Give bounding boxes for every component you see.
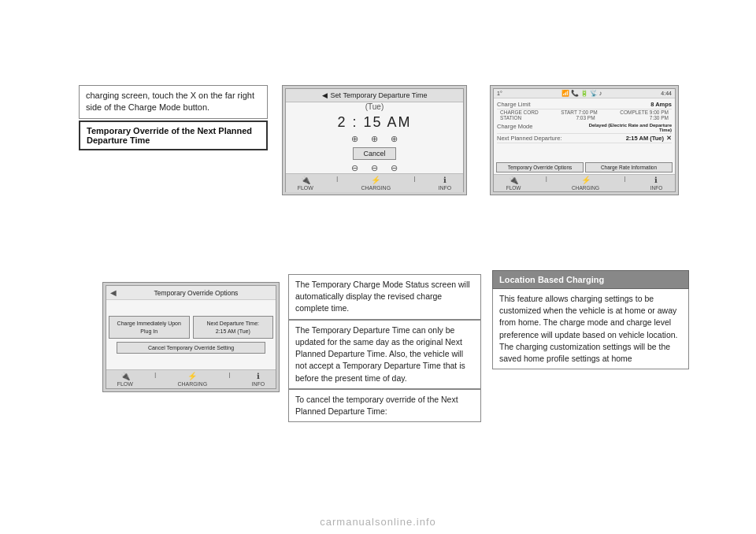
- footer-info-trs[interactable]: ℹ INFO: [650, 176, 663, 191]
- tcs-plus-row: ⊕ ⊕ ⊕: [351, 134, 398, 144]
- bls-footer: 🔌 FLOW | ⚡ CHARGING | ℹ INFO: [106, 369, 276, 388]
- bls-footer-divider2: |: [228, 372, 230, 387]
- location-heading: Location Based Charging: [492, 270, 689, 289]
- page: charging screen, touch the X on the far …: [0, 0, 756, 534]
- station-start: 7:03 PM: [576, 115, 595, 121]
- override-options-screen: ◀ Temporary Override Options Charge Imme…: [102, 282, 280, 392]
- bls-info-label: INFO: [252, 381, 265, 387]
- tcs-day: (Tue): [365, 102, 384, 111]
- tcs-header: ◀ Set Temporary Departure Time: [286, 89, 463, 102]
- footer-flow[interactable]: 🔌 FLOW: [298, 176, 313, 191]
- bls-title: Temporary Override Options: [120, 289, 272, 297]
- bls-info-icon: ℹ: [257, 372, 260, 380]
- charge-status-screen: 1° 📶 📞 🔋 📡 ♪ 4:44 Charge Limit 8 Amps: [490, 85, 679, 195]
- footer-charging-trs[interactable]: ⚡ CHARGING: [572, 176, 599, 191]
- next-departure-label: Next Planned Departure:: [497, 135, 562, 142]
- charge-rate-button[interactable]: Charge Rate Information: [585, 162, 673, 172]
- bls-back-icon[interactable]: ◀: [110, 288, 117, 297]
- tcs-footer: 🔌 FLOW | ⚡ CHARGING | ℹ INFO: [286, 173, 463, 192]
- trs-charging-label: CHARGING: [572, 185, 599, 191]
- bls-footer-flow[interactable]: 🔌 FLOW: [117, 372, 133, 387]
- wifi-icon: 📡: [590, 90, 598, 97]
- top-left-section: charging screen, touch the X on the far …: [79, 85, 268, 150]
- override-options-button[interactable]: Temporary Override Options: [496, 162, 584, 172]
- music-icon: ♪: [599, 90, 602, 97]
- info-label: INFO: [439, 185, 452, 191]
- trs-action-buttons: Temporary Override Options Charge Rate I…: [494, 161, 675, 174]
- cord-label: CHARGE CORD: [500, 109, 539, 115]
- plus-ampm-icon[interactable]: ⊕: [391, 134, 398, 144]
- station-label: STATION: [500, 115, 521, 121]
- charging-label: CHARGING: [361, 185, 391, 191]
- charge-mode-value: Delayed (Electric Rate and Departure Tim…: [577, 123, 672, 132]
- tcs-time-display: 2 : 15 AM: [337, 114, 411, 131]
- trs-footer-divider2: |: [624, 176, 626, 191]
- trs-topbar: 1° 📶 📞 🔋 📡 ♪ 4:44: [494, 89, 675, 98]
- battery-icon: 🔋: [580, 90, 588, 97]
- mid-text-section: The Temporary Charge Mode Status screen …: [288, 274, 481, 422]
- flow-icon: 🔌: [301, 176, 310, 184]
- bls-flow-label: FLOW: [117, 381, 133, 387]
- charge-mode-label: Charge Mode: [497, 123, 532, 132]
- plus-min-icon[interactable]: ⊕: [371, 134, 378, 144]
- trs-footer: 🔌 FLOW | ⚡ CHARGING | ℹ INFO: [494, 174, 675, 191]
- trs-flow-label: FLOW: [506, 185, 521, 191]
- trs-charging-icon: ⚡: [581, 176, 591, 184]
- watermark: carmanualsonline.info: [320, 516, 435, 528]
- trs-flow-icon: 🔌: [509, 176, 518, 184]
- minus-min-icon[interactable]: ⊖: [371, 163, 378, 173]
- footer-charging[interactable]: ⚡ CHARGING: [361, 176, 391, 191]
- bls-footer-divider1: |: [154, 372, 156, 387]
- complete-label: COMPLETE 9:00 PM: [620, 109, 669, 115]
- location-charging-section: Location Based Charging This feature all…: [492, 270, 689, 369]
- temporary-override-heading: Temporary Override of the Next Planned D…: [79, 121, 268, 150]
- cancel-override-button[interactable]: Cancel Temporary Override Setting: [117, 342, 265, 354]
- set-departure-screen: ◀ Set Temporary Departure Time (Tue) 2 :…: [282, 85, 467, 195]
- charge-immediately-button[interactable]: Charge Immediately Upon Plug In: [109, 316, 190, 338]
- tcs-minus-row: ⊖ ⊖ ⊖: [351, 163, 398, 173]
- close-departure-icon[interactable]: ✕: [666, 135, 672, 142]
- trs-degree: 1°: [497, 91, 502, 96]
- next-departure-time-button[interactable]: Next Departure Time: 2:15 AM (Tue): [193, 316, 274, 338]
- bls-footer-charging[interactable]: ⚡ CHARGING: [177, 372, 207, 387]
- trs-clock: 4:44: [661, 91, 672, 96]
- minus-hour-icon[interactable]: ⊖: [351, 163, 358, 173]
- bls-header: ◀ Temporary Override Options: [106, 286, 276, 300]
- location-body: This feature allows charging settings to…: [492, 289, 689, 369]
- mid-para-2: The Temporary Departure Time can only be…: [288, 320, 481, 389]
- trs-footer-divider1: |: [546, 176, 547, 191]
- footer-flow-trs[interactable]: 🔌 FLOW: [506, 176, 521, 191]
- trs-info-icon: ℹ: [654, 176, 658, 184]
- footer-divider2: |: [413, 176, 415, 191]
- bls-option-buttons: Charge Immediately Upon Plug In Next Dep…: [109, 316, 273, 338]
- next-departure-value: 2:15 AM (Tue) ✕: [626, 135, 672, 142]
- info-icon: ℹ: [443, 176, 447, 184]
- flow-label: FLOW: [298, 185, 313, 191]
- bls-charging-label: CHARGING: [177, 381, 207, 387]
- bls-charging-icon: ⚡: [187, 372, 197, 380]
- plus-hour-icon[interactable]: ⊕: [351, 134, 358, 144]
- charging-screen-text: charging screen, touch the X on the far …: [79, 85, 268, 119]
- bls-flow-icon: 🔌: [120, 372, 130, 380]
- back-arrow-icon: ◀: [322, 91, 328, 99]
- trs-small-table: CHARGE CORD START 7:00 PM COMPLETE 9:00 …: [497, 109, 672, 121]
- signal-icon: 📶: [561, 90, 569, 97]
- station-complete: 7:30 PM: [650, 115, 669, 121]
- charge-limit-value: 8 Amps: [650, 101, 672, 108]
- phone-icon: 📞: [571, 90, 579, 97]
- charge-limit-label: Charge Limit: [497, 101, 531, 108]
- mid-para-1: The Temporary Charge Mode Status screen …: [288, 274, 481, 320]
- tcs-header-label: Set Temporary Departure Time: [331, 91, 428, 99]
- footer-divider1: |: [336, 176, 338, 191]
- footer-info[interactable]: ℹ INFO: [439, 176, 452, 191]
- status-icons: 📶 📞 🔋 📡 ♪: [561, 90, 602, 97]
- minus-ampm-icon[interactable]: ⊖: [391, 163, 398, 173]
- tcs-cancel-button[interactable]: Cancel: [353, 147, 395, 160]
- trs-info-label: INFO: [650, 185, 663, 191]
- charging-icon: ⚡: [371, 176, 380, 184]
- bls-footer-info[interactable]: ℹ INFO: [252, 372, 265, 387]
- mid-para-3: To cancel the temporary override of the …: [288, 389, 481, 422]
- start-label: START 7:00 PM: [561, 109, 598, 115]
